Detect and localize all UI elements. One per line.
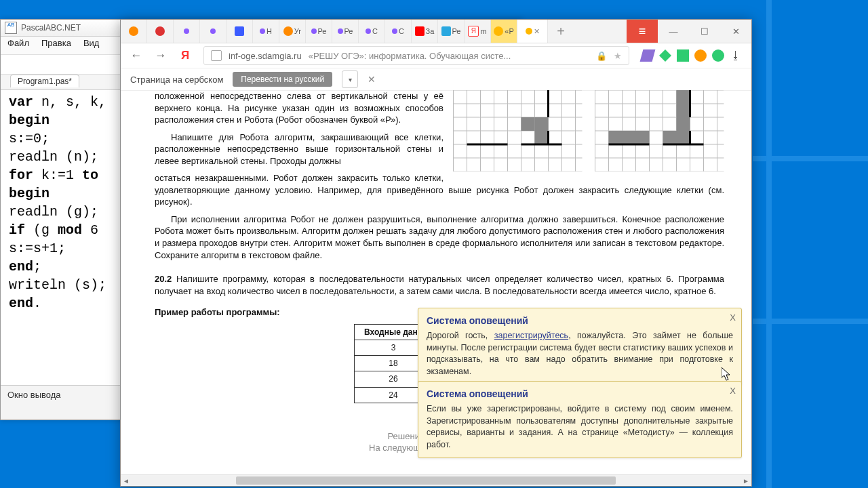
win-stripe: [766, 0, 772, 488]
win-stripe: [753, 319, 868, 324]
yandex-icon[interactable]: Я: [179, 49, 191, 62]
grid-before: [453, 90, 583, 171]
translate-close-button[interactable]: ✕: [368, 74, 376, 85]
win-stripe: [753, 156, 868, 161]
robot-grids: [453, 90, 724, 171]
back-button[interactable]: ←: [130, 49, 142, 62]
ext-icon-1[interactable]: [640, 49, 656, 62]
browser-tabbar: Н Уг Ре Ре С С За Ре Яm «Р ✕ + ≡ — ☐ ✕: [121, 20, 751, 43]
ext-icon-2[interactable]: [659, 49, 671, 62]
browser-maximize-button[interactable]: ☐: [689, 20, 720, 43]
menu-file[interactable]: Файл: [7, 38, 29, 53]
tab-1[interactable]: [147, 20, 174, 43]
notif2-close-button[interactable]: X: [730, 386, 736, 396]
translate-dropdown[interactable]: ▾: [342, 70, 358, 88]
notif1-register-link[interactable]: зарегистрируйтесь: [494, 331, 568, 340]
tab-12[interactable]: Ре: [438, 20, 465, 43]
star-icon[interactable]: ★: [614, 51, 622, 61]
protocol-icon: [211, 50, 222, 61]
translate-label: Страница на сербском: [130, 75, 223, 85]
ext-icon-3[interactable]: [677, 49, 689, 62]
tab-11[interactable]: За: [412, 20, 438, 43]
para-full-1: остаться незакрашенными. Робот должен за…: [155, 172, 724, 208]
tab-8[interactable]: Ре: [332, 20, 359, 43]
tab-0[interactable]: [121, 20, 147, 43]
menu-edit[interactable]: Правка: [41, 38, 71, 53]
notif1-close-button[interactable]: X: [730, 312, 736, 323]
tab-6[interactable]: Уг: [279, 20, 306, 43]
lock-icon: 🔒: [596, 51, 607, 61]
url-title: «РЕШУ ОГЭ»: информатика. Обучающая систе…: [309, 51, 511, 61]
notif1-body: Дорогой гость, зарегистрируйтесь, пожалу…: [427, 330, 733, 378]
svg-rect-17: [521, 117, 535, 131]
browser-menu-button[interactable]: ≡: [627, 20, 658, 43]
notif2-body: Если вы уже зарегистрированы, войдите в …: [427, 403, 733, 451]
ext-icon-4[interactable]: [694, 49, 707, 62]
tab-13[interactable]: Яm: [465, 20, 491, 43]
svg-rect-19: [535, 131, 549, 144]
pascal-logo-icon: AB: [5, 22, 17, 34]
menu-view[interactable]: Вид: [83, 38, 100, 53]
horizontal-scrollbar[interactable]: ◄ ►: [121, 474, 751, 486]
tab-4[interactable]: [226, 20, 253, 43]
browser-minimize-button[interactable]: —: [658, 20, 689, 43]
tab-3[interactable]: [200, 20, 226, 43]
forward-button[interactable]: →: [155, 49, 167, 62]
scroll-right-icon[interactable]: ►: [741, 477, 751, 485]
tab-7[interactable]: Ре: [306, 20, 332, 43]
tab-blank[interactable]: ✕: [517, 20, 548, 43]
svg-rect-18: [535, 117, 549, 131]
scroll-thumb[interactable]: [236, 476, 616, 485]
translate-button[interactable]: Перевести на русский: [233, 72, 332, 87]
address-bar: ← → Я inf-oge.sdamgia.ru «РЕШУ ОГЭ»: инф…: [121, 43, 751, 68]
svg-rect-42: [663, 131, 690, 144]
task-number: 20.2: [155, 274, 172, 284]
output-pane-label: Окно вывода: [7, 390, 61, 400]
notif2-title: Система оповещений: [427, 388, 733, 399]
download-icon[interactable]: ⭳: [730, 49, 742, 62]
tab-active[interactable]: «Р: [491, 20, 517, 43]
svg-rect-43: [677, 90, 690, 131]
ext-icon-5[interactable]: [712, 49, 724, 62]
para-full-2: При исполнении алгоритма Робот не должен…: [155, 214, 724, 261]
new-tab-button[interactable]: +: [548, 20, 574, 43]
addr-extensions: ⭳: [642, 49, 742, 62]
task-text: Напишите программу, которая в последоват…: [155, 274, 724, 296]
notif1-title: Система оповещений: [427, 315, 733, 326]
url-field[interactable]: inf-oge.sdamgia.ru «РЕШУ ОГЭ»: информати…: [203, 46, 629, 65]
tab-5[interactable]: Н: [253, 20, 279, 43]
browser-window: Н Уг Ре Ре С С За Ре Яm «Р ✕ + ≡ — ☐ ✕ ←…: [120, 19, 752, 487]
pascal-tab-active[interactable]: Program1.pas*: [10, 75, 79, 87]
pascal-title-text: PascalABC.NET: [21, 23, 81, 33]
task-para: 20.2 Напишите программу, которая в после…: [155, 273, 724, 297]
tab-10[interactable]: С: [385, 20, 412, 43]
para-float-2: Напишите для Робота алгоритм, закрашиваю…: [155, 131, 453, 167]
browser-close-button[interactable]: ✕: [720, 20, 751, 43]
grid-after: [595, 90, 724, 171]
notification-1: X Система оповещений Дорогой гость, заре…: [418, 308, 742, 385]
tab-9[interactable]: С: [359, 20, 385, 43]
url-host: inf-oge.sdamgia.ru: [229, 51, 302, 61]
para-float-1: положенной непосредственно слева от верт…: [155, 90, 453, 126]
translate-bar: Страница на сербском Перевести на русски…: [121, 68, 751, 91]
svg-rect-41: [609, 131, 650, 144]
tab-2[interactable]: [174, 20, 200, 43]
notification-2: X Система оповещений Если вы уже зарегис…: [418, 381, 742, 458]
scroll-left-icon[interactable]: ◄: [121, 477, 132, 485]
